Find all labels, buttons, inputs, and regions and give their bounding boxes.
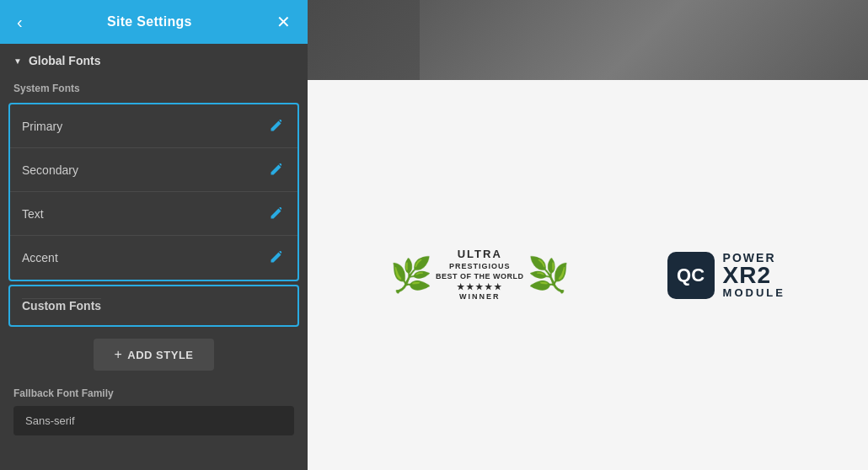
custom-fonts-box: Custom Fonts — [8, 285, 299, 327]
close-button[interactable]: ✕ — [271, 10, 296, 34]
edit-secondary-button[interactable] — [265, 160, 286, 180]
pencil-icon — [269, 251, 282, 264]
laurel-left-icon: 🌿 — [390, 258, 432, 291]
global-fonts-label: Global Fonts — [29, 54, 101, 67]
font-accent-label: Accent — [22, 251, 58, 264]
laurel-right-icon: 🌿 — [528, 258, 570, 291]
font-primary-label: Primary — [22, 120, 62, 133]
font-items-box: Primary Secondary Text — [8, 103, 299, 281]
edit-accent-button[interactable] — [265, 248, 286, 268]
add-style-label: ADD STYLE — [127, 349, 193, 361]
sidebar-content: ▼ Global Fonts System Fonts Primary Seco… — [0, 44, 308, 470]
qc-xr2-label: XR2 — [723, 264, 785, 287]
fallback-font-label: Fallback Font Family — [13, 387, 294, 399]
main-white-area: 🌿 ULTRA PRESTIGIOUS BEST OF THE WORLD ★★… — [308, 80, 868, 470]
font-secondary-label: Secondary — [22, 163, 78, 177]
qc-text: POWER XR2 MODULE — [723, 252, 785, 298]
ultra-text: ULTRA PRESTIGIOUS BEST OF THE WORLD ★★★★… — [436, 248, 524, 302]
font-item-primary[interactable]: Primary — [10, 104, 297, 148]
global-fonts-toggle[interactable]: ▼ Global Fonts — [13, 54, 294, 67]
qc-box: QC — [667, 252, 715, 299]
pencil-icon — [269, 163, 282, 177]
sidebar-header: ‹ Site Settings ✕ — [0, 0, 308, 44]
hero-dark-area — [308, 0, 868, 80]
laurel-wrap: 🌿 ULTRA PRESTIGIOUS BEST OF THE WORLD ★★… — [390, 248, 570, 302]
custom-fonts-label: Custom Fonts — [22, 298, 101, 312]
font-text-label: Text — [22, 207, 44, 221]
back-button[interactable]: ‹ — [12, 10, 28, 34]
page-title: Site Settings — [107, 14, 192, 29]
chevron-down-icon: ▼ — [13, 56, 22, 66]
edit-text-button[interactable] — [265, 204, 286, 224]
fallback-font-value[interactable]: Sans-serif — [13, 406, 294, 435]
plus-icon: + — [114, 347, 122, 362]
ultra-prestigious-badge: 🌿 ULTRA PRESTIGIOUS BEST OF THE WORLD ★★… — [390, 248, 570, 302]
fallback-section: Fallback Font Family Sans-serif — [0, 379, 308, 441]
font-item-text[interactable]: Text — [10, 192, 297, 236]
font-item-secondary[interactable]: Secondary — [10, 148, 297, 192]
qc-module-label: MODULE — [723, 287, 785, 298]
font-item-accent[interactable]: Accent — [10, 236, 297, 280]
pencil-icon — [269, 120, 282, 133]
qc-badge: QC POWER XR2 MODULE — [667, 252, 785, 299]
main-content: 🌿 ULTRA PRESTIGIOUS BEST OF THE WORLD ★★… — [308, 0, 868, 470]
global-fonts-section: ▼ Global Fonts — [0, 44, 308, 74]
edit-primary-button[interactable] — [265, 116, 286, 136]
system-fonts-label: System Fonts — [0, 74, 308, 99]
pencil-icon — [269, 207, 282, 221]
add-style-row: + ADD STYLE — [0, 330, 308, 379]
add-style-button[interactable]: + ADD STYLE — [94, 339, 213, 371]
sidebar: ‹ Site Settings ✕ ▼ Global Fonts System … — [0, 0, 308, 470]
